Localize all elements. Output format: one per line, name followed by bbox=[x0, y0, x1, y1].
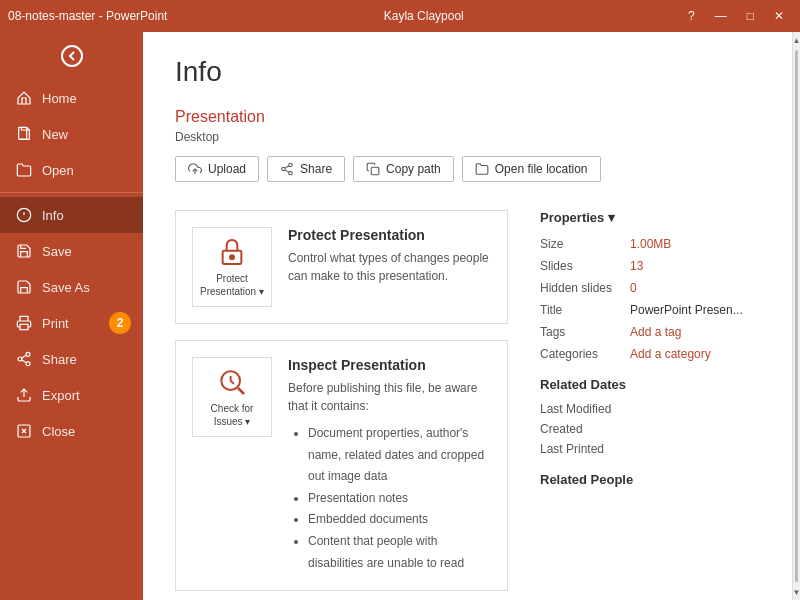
related-dates-header: Related Dates bbox=[540, 377, 760, 392]
svg-rect-1 bbox=[19, 127, 27, 139]
slides-value[interactable]: 13 bbox=[630, 259, 643, 273]
presentation-label: Presentation bbox=[175, 108, 760, 126]
file-title: 08-notes-master - PowerPoint bbox=[8, 9, 167, 23]
properties-panel: Properties ▾ Size 1.00MB Slides 13 Hidde… bbox=[540, 210, 760, 600]
protect-card-content: Protect Presentation Control what types … bbox=[288, 227, 491, 293]
open-label: Open bbox=[42, 163, 74, 178]
printed-label: Last Printed bbox=[540, 442, 630, 456]
prop-hidden: Hidden slides 0 bbox=[540, 281, 760, 295]
tags-value[interactable]: Add a tag bbox=[630, 325, 681, 339]
categories-value[interactable]: Add a category bbox=[630, 347, 711, 361]
sidebar-item-share[interactable]: Share bbox=[0, 341, 143, 377]
info-grid: Protect Presentation ▾ Protect Presentat… bbox=[175, 210, 760, 600]
sidebar-item-print[interactable]: Print 2 bbox=[0, 305, 143, 341]
created-label: Created bbox=[540, 422, 630, 436]
prop-tags: Tags Add a tag bbox=[540, 325, 760, 339]
sidebar-item-saveas[interactable]: Save As bbox=[0, 269, 143, 305]
hidden-label: Hidden slides bbox=[540, 281, 630, 295]
svg-line-8 bbox=[22, 355, 27, 358]
maximize-button[interactable]: □ bbox=[739, 7, 762, 25]
sidebar-separator-1 bbox=[0, 192, 143, 193]
svg-line-7 bbox=[22, 360, 27, 363]
svg-point-6 bbox=[26, 362, 30, 366]
print-label: Print bbox=[42, 316, 69, 331]
protect-desc: Control what types of changes people can… bbox=[288, 249, 491, 285]
hidden-value[interactable]: 0 bbox=[630, 281, 637, 295]
action-buttons: Upload Share Copy path bbox=[175, 156, 760, 182]
size-label: Size bbox=[540, 237, 630, 251]
scroll-down-button[interactable]: ▼ bbox=[793, 584, 800, 600]
date-created: Created bbox=[540, 422, 760, 436]
sidebar: Home New Open Info bbox=[0, 32, 143, 600]
share-button[interactable]: Share bbox=[267, 156, 345, 182]
modified-label: Last Modified bbox=[540, 402, 630, 416]
sidebar-item-new[interactable]: New bbox=[0, 116, 143, 152]
protect-title: Protect Presentation bbox=[288, 227, 491, 243]
sidebar-item-open[interactable]: Open bbox=[0, 152, 143, 188]
location-text: Desktop bbox=[175, 130, 760, 144]
scroll-thumb[interactable] bbox=[795, 50, 798, 582]
properties-header[interactable]: Properties ▾ bbox=[540, 210, 760, 225]
home-label: Home bbox=[42, 91, 77, 106]
inspect-title: Inspect Presentation bbox=[288, 357, 491, 373]
close-window-button[interactable]: ✕ bbox=[766, 7, 792, 25]
list-item: Document properties, author's name, rela… bbox=[308, 423, 491, 488]
save-label: Save bbox=[42, 244, 72, 259]
share-btn-label: Share bbox=[300, 162, 332, 176]
inspect-list: Document properties, author's name, rela… bbox=[288, 423, 491, 574]
svg-point-5 bbox=[18, 357, 22, 361]
svg-point-14 bbox=[289, 163, 293, 167]
info-label: Info bbox=[42, 208, 64, 223]
protect-card: Protect Presentation ▾ Protect Presentat… bbox=[175, 210, 508, 324]
date-modified: Last Modified bbox=[540, 402, 760, 416]
categories-label: Categories bbox=[540, 347, 630, 361]
sidebar-item-export[interactable]: Export bbox=[0, 377, 143, 413]
sidebar-item-save[interactable]: Save bbox=[0, 233, 143, 269]
title-value: PowerPoint Presen... bbox=[630, 303, 743, 317]
copy-path-button[interactable]: Copy path bbox=[353, 156, 454, 182]
back-button[interactable] bbox=[0, 32, 143, 80]
help-button[interactable]: ? bbox=[680, 7, 703, 25]
open-location-button[interactable]: Open file location bbox=[462, 156, 601, 182]
share-label: Share bbox=[42, 352, 77, 367]
size-value[interactable]: 1.00MB bbox=[630, 237, 671, 251]
scroll-up-button[interactable]: ▲ bbox=[793, 32, 800, 48]
export-label: Export bbox=[42, 388, 80, 403]
svg-point-0 bbox=[62, 46, 82, 66]
svg-rect-19 bbox=[371, 167, 379, 175]
list-item: Presentation notes bbox=[308, 488, 491, 510]
svg-line-18 bbox=[285, 166, 289, 168]
protect-presentation-button[interactable]: Protect Presentation ▾ bbox=[192, 227, 272, 307]
svg-point-15 bbox=[282, 167, 286, 171]
prop-categories: Categories Add a category bbox=[540, 347, 760, 361]
new-label: New bbox=[42, 127, 68, 142]
inspect-card: Check for Issues ▾ Inspect Presentation … bbox=[175, 340, 508, 591]
upload-label: Upload bbox=[208, 162, 246, 176]
list-item: Embedded documents bbox=[308, 509, 491, 531]
minimize-button[interactable]: — bbox=[707, 7, 735, 25]
info-left: Protect Presentation ▾ Protect Presentat… bbox=[175, 210, 508, 600]
tags-label: Tags bbox=[540, 325, 630, 339]
inspect-desc: Before publishing this file, be aware th… bbox=[288, 379, 491, 415]
list-item: Content that people with disabilities ar… bbox=[308, 531, 491, 574]
sidebar-item-close[interactable]: Close bbox=[0, 413, 143, 449]
check-issues-button[interactable]: Check for Issues ▾ bbox=[192, 357, 272, 437]
content-area: Info Presentation Desktop Upload Share bbox=[143, 32, 792, 600]
svg-rect-3 bbox=[20, 324, 28, 329]
main-container: Home New Open Info bbox=[0, 32, 800, 600]
svg-line-17 bbox=[285, 170, 289, 172]
svg-point-4 bbox=[26, 352, 30, 356]
related-people-header: Related People bbox=[540, 472, 760, 487]
svg-point-16 bbox=[289, 171, 293, 175]
svg-point-21 bbox=[230, 255, 234, 259]
print-badge: 2 bbox=[109, 312, 131, 334]
upload-button[interactable]: Upload bbox=[175, 156, 259, 182]
prop-size: Size 1.00MB bbox=[540, 237, 760, 251]
title-label: Title bbox=[540, 303, 630, 317]
sidebar-item-info[interactable]: Info bbox=[0, 197, 143, 233]
open-location-label: Open file location bbox=[495, 162, 588, 176]
sidebar-item-home[interactable]: Home bbox=[0, 80, 143, 116]
scrollbar: ▲ ▼ bbox=[792, 32, 800, 600]
titlebar-user: Kayla Claypool bbox=[384, 9, 464, 23]
saveas-label: Save As bbox=[42, 280, 90, 295]
